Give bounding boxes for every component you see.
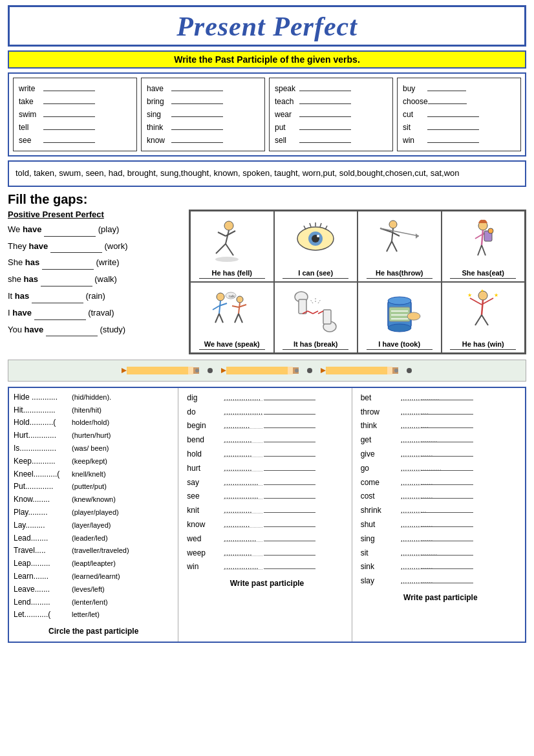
verb-5: (rain) bbox=[86, 291, 105, 301]
eat-illustration bbox=[457, 218, 509, 263]
svg-rect-76 bbox=[188, 367, 193, 374]
image-cell-7: I have (took) bbox=[358, 282, 442, 353]
col2-footer: Write past participle bbox=[187, 578, 347, 590]
svg-line-53 bbox=[313, 311, 318, 314]
speak-illustration: talk bbox=[206, 289, 258, 334]
verb-3: (write) bbox=[96, 257, 119, 267]
aux-1: have bbox=[23, 224, 42, 234]
verb-1: (play) bbox=[98, 224, 120, 234]
svg-rect-75 bbox=[127, 367, 188, 374]
svg-line-21 bbox=[380, 228, 419, 236]
cell-label-1: He has (fell) bbox=[212, 269, 252, 277]
cell-label-4: She has(eat) bbox=[462, 269, 504, 277]
dot-3 bbox=[406, 367, 412, 374]
svg-rect-88 bbox=[387, 367, 392, 374]
svg-text:★: ★ bbox=[494, 292, 498, 298]
svg-point-10 bbox=[317, 235, 319, 237]
aux-2: have bbox=[29, 241, 48, 251]
cell-line-3[interactable] bbox=[367, 278, 433, 279]
svg-marker-22 bbox=[416, 233, 419, 239]
cell-line-4[interactable] bbox=[450, 278, 516, 279]
cell-label-7: I have (took) bbox=[378, 340, 420, 348]
cell-line-7[interactable] bbox=[367, 349, 433, 350]
blank-2[interactable] bbox=[50, 244, 102, 253]
svg-line-33 bbox=[219, 301, 220, 314]
svg-point-78 bbox=[195, 369, 199, 373]
svg-point-90 bbox=[394, 369, 398, 373]
col3-footer: Write past participle bbox=[361, 592, 520, 605]
svg-line-14 bbox=[320, 223, 321, 227]
sentence-4: she has (walk) bbox=[8, 273, 182, 286]
svg-point-38 bbox=[237, 296, 243, 303]
svg-line-56 bbox=[318, 299, 321, 303]
title-section: Present Perfect bbox=[8, 5, 526, 47]
svg-point-58 bbox=[388, 297, 411, 305]
answer-bar: told, taken, swum, seen, had, brought, s… bbox=[8, 160, 526, 187]
blank-7[interactable] bbox=[46, 327, 98, 336]
fill-section: Fill the gaps: Positive Present Perfect … bbox=[8, 192, 526, 354]
dot-2 bbox=[306, 367, 313, 374]
bottom-section: Hide ............(hid/hidden). Hit......… bbox=[8, 387, 526, 643]
cell-label-3: He has(throw) bbox=[376, 269, 423, 277]
svg-line-67 bbox=[475, 315, 482, 325]
cell-label-6: It has (break) bbox=[294, 340, 337, 348]
positive-subtitle: Positive Present Perfect bbox=[8, 210, 182, 219]
svg-text:★: ★ bbox=[467, 292, 472, 298]
blank-4[interactable] bbox=[41, 277, 92, 286]
cell-label-5: We have (speak) bbox=[204, 340, 260, 348]
svg-line-26 bbox=[478, 245, 482, 255]
break-illustration bbox=[290, 289, 341, 334]
svg-line-1 bbox=[226, 230, 229, 244]
svg-line-25 bbox=[482, 230, 483, 245]
image-cell-3: He has(throw) bbox=[358, 211, 442, 282]
image-cell-6: It has (break) bbox=[274, 282, 358, 353]
svg-line-12 bbox=[310, 223, 311, 227]
cell-line-6[interactable] bbox=[283, 349, 348, 350]
dot-1 bbox=[207, 367, 213, 374]
svg-line-27 bbox=[482, 245, 486, 255]
svg-line-4 bbox=[218, 232, 226, 236]
answer-text: told, taken, swum, seen, had, brought, s… bbox=[16, 168, 460, 178]
page: Present Perfect Write the Past Participl… bbox=[0, 0, 534, 648]
svg-point-85 bbox=[307, 368, 312, 373]
svg-point-31 bbox=[488, 228, 493, 233]
svg-marker-80 bbox=[221, 368, 226, 373]
took-illustration bbox=[374, 289, 425, 334]
cell-line-1[interactable] bbox=[199, 278, 265, 279]
blank-5[interactable] bbox=[32, 294, 83, 303]
cell-line-5[interactable] bbox=[199, 349, 265, 350]
blank-3[interactable] bbox=[42, 261, 94, 270]
cell-line-2[interactable] bbox=[283, 278, 348, 279]
cell-label-8: He has (win) bbox=[462, 340, 504, 348]
col1-footer: Circle the past participle bbox=[14, 625, 173, 638]
fill-gaps-title: Fill the gaps: bbox=[8, 192, 526, 207]
bottom-col-1: Hide ............(hid/hidden). Hit......… bbox=[9, 388, 178, 642]
svg-line-34 bbox=[215, 314, 219, 323]
aux-6: have bbox=[12, 308, 32, 318]
svg-line-66 bbox=[482, 300, 483, 315]
subj-7: You bbox=[8, 325, 25, 334]
subj-5: It bbox=[8, 291, 15, 301]
svg-line-19 bbox=[392, 241, 397, 252]
svg-line-2 bbox=[216, 244, 226, 254]
blank-1[interactable] bbox=[44, 228, 96, 237]
pencil-1 bbox=[122, 364, 199, 377]
svg-line-41 bbox=[239, 314, 242, 323]
svg-line-28 bbox=[475, 235, 482, 239]
svg-text:talk: talk bbox=[229, 294, 235, 298]
instruction-bar: Write the Past Participle of the given v… bbox=[8, 50, 526, 69]
fell-illustration bbox=[206, 218, 258, 263]
verb-2: (work) bbox=[104, 241, 127, 251]
cell-line-8[interactable] bbox=[450, 349, 516, 350]
blank-6[interactable] bbox=[34, 311, 86, 320]
verb-4: (walk) bbox=[94, 274, 117, 284]
sentence-6: I have (traval) bbox=[8, 307, 182, 320]
svg-point-84 bbox=[295, 369, 299, 373]
see-illustration bbox=[290, 218, 341, 263]
verb-box-3: speak teach wear put sell bbox=[269, 78, 393, 151]
svg-line-5 bbox=[226, 231, 235, 236]
svg-line-18 bbox=[387, 241, 392, 252]
svg-point-32 bbox=[217, 293, 224, 301]
subj-4: she bbox=[8, 274, 24, 284]
sentence-2: They have (work) bbox=[8, 240, 182, 254]
